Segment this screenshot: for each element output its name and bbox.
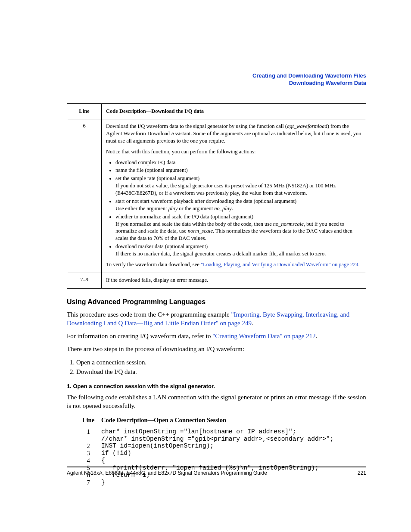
table-header-line: Line	[67, 104, 102, 119]
creating-waveform-link[interactable]: "Creating Waveform Data" on page 212	[212, 333, 315, 339]
page-number: 221	[358, 470, 366, 476]
body-paragraph: For information on creating I/Q waveform…	[67, 332, 366, 340]
section-heading: Using Advanced Programming Languages	[67, 298, 366, 306]
line-number: 6	[67, 119, 102, 273]
steps-list: Open a connection session. Download the …	[76, 358, 366, 376]
verify-download-link[interactable]: "Loading, Playing, and Verifying a Downl…	[201, 261, 358, 268]
header-section: Downloading Waveform Data	[252, 80, 366, 87]
iq-download-table: Line Code Description—Download the I/Q d…	[67, 103, 366, 289]
code-header-line: Line	[67, 417, 101, 424]
table-row: 7–9 If the download fails, display an er…	[67, 273, 366, 288]
line-description: Download the I/Q waveform data to the si…	[102, 119, 366, 273]
line-number: 7–9	[67, 273, 102, 288]
footer-title: Agilent N518xA, E8663B, E44x8C, and E82x…	[67, 470, 267, 476]
subsection-heading: 1. Open a connection session with the si…	[67, 383, 366, 389]
list-item: Download the I/Q data.	[76, 367, 366, 376]
table-row: 6 Download the I/Q waveform data to the …	[67, 119, 366, 273]
body-paragraph: The following code establishes a LAN con…	[67, 393, 366, 411]
page-footer: Agilent N518xA, E8663B, E44x8C, and E82x…	[67, 467, 366, 476]
list-item: Open a connection session.	[76, 358, 366, 367]
page-header: Creating and Downloading Waveform Files …	[252, 72, 366, 87]
body-paragraph: There are two steps in the process of do…	[67, 345, 366, 353]
code-header-desc: Code Description—Open a Connection Sessi…	[101, 417, 366, 424]
line-description: If the download fails, display an error …	[102, 273, 366, 288]
header-chapter: Creating and Downloading Waveform Files	[252, 72, 366, 80]
table-header-desc: Code Description—Download the I/Q data	[102, 104, 366, 119]
body-paragraph: This procedure uses code from the C++ pr…	[67, 310, 366, 328]
actions-list: download complex I/Q data name the file …	[106, 159, 361, 258]
